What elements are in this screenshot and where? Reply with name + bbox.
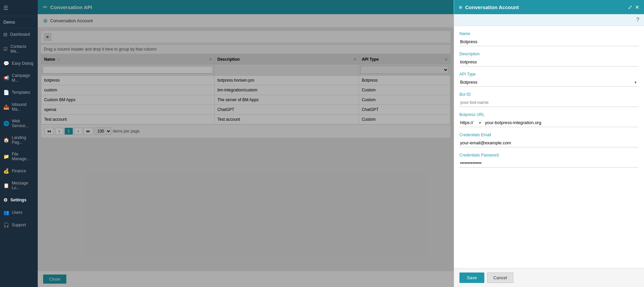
sidebar-item-label: Web Service... [12, 119, 34, 128]
sidebar-item-label: Campaign M... [12, 73, 34, 83]
credentials-email-input[interactable] [459, 139, 639, 147]
per-page-label: items per page [113, 129, 139, 134]
sidebar-item-support[interactable]: 🎧 Support [0, 219, 38, 231]
add-circle-icon: ⊕ [459, 5, 462, 10]
table-cell-description: botpress.horisen.pro [215, 76, 359, 85]
campaign-icon: 📢 [3, 75, 9, 81]
sidebar-item-label: Message Lo... [12, 181, 34, 190]
column-name[interactable]: Name ↑ ≡ [41, 55, 215, 64]
current-page-button[interactable]: 1 [65, 128, 73, 135]
table-row[interactable]: Custom BM AppsThe server of BM AppsCusto… [41, 95, 450, 105]
column-api-type[interactable]: API Type ≡ [359, 55, 450, 64]
credentials-password-label: Credentials Password [459, 153, 639, 157]
column-description[interactable]: Description ≡ [215, 55, 359, 64]
main-header-title: Conversation API [50, 4, 92, 10]
sidebar-item-inbound[interactable]: 📥 Inbound Ma... [0, 99, 38, 115]
sidebar-item-message-log[interactable]: 📋 Message Lo... [0, 177, 38, 194]
right-panel-subheader: ? [454, 14, 644, 26]
table-row[interactable]: botpressbotpress.horisen.proBotpress [41, 76, 450, 85]
right-panel-title: Conversation Account [465, 4, 625, 10]
filter-row: Botpress Custom ChatGPT [41, 64, 450, 76]
sidebar-item-users[interactable]: 👥 Users [0, 206, 38, 219]
contacts-icon: ☑ [3, 46, 8, 52]
sidebar-item-landing[interactable]: 🏠 Landing Pag... [0, 132, 38, 148]
sidebar-item-finance[interactable]: 💰 Finance [0, 165, 38, 177]
filter-api-type-select[interactable]: Botpress Custom ChatGPT [360, 66, 449, 74]
table-row[interactable]: custombm-integration/customCustom [41, 85, 450, 95]
filter-name-icon[interactable]: ≡ [209, 57, 212, 62]
first-page-button[interactable]: ⏮ [44, 128, 54, 135]
right-panel-body: Name Description API Type Botpress Custo… [454, 26, 644, 268]
bot-id-input[interactable] [459, 98, 639, 107]
table-cell-api_type: Custom [359, 95, 450, 105]
main-area: ✏ Conversation API ⊕ Conversation Accoun… [38, 0, 454, 287]
credentials-password-input[interactable] [459, 159, 639, 168]
templates-icon: 📄 [3, 90, 9, 95]
header-actions: ⤢ ✕ [628, 4, 639, 10]
sidebar-item-settings[interactable]: ⚙ Settings [0, 194, 38, 206]
table-cell-description: Test account [215, 115, 359, 124]
close-panel-button[interactable]: ✕ [635, 4, 639, 10]
inbound-icon: 📥 [3, 104, 9, 110]
sidebar-item-web-services[interactable]: 🌐 Web Service... [0, 115, 38, 132]
filter-name-input[interactable] [43, 66, 213, 74]
sidebar-item-label: Contacts Ma... [10, 44, 34, 54]
right-panel-footer: Save Cancel [454, 268, 644, 287]
sidebar-item-easy-dialog[interactable]: 💬 Easy Dialog [0, 57, 38, 70]
filter-cell-api-type: Botpress Custom ChatGPT [359, 64, 450, 76]
close-button[interactable]: Close [43, 275, 66, 284]
table-cell-description: The server of BM Apps [215, 95, 359, 105]
right-panel-header: ⊕ Conversation Account ⤢ ✕ [454, 0, 644, 14]
menu-button[interactable]: ≡ [44, 33, 51, 41]
name-input[interactable] [459, 37, 639, 46]
drag-info: Drag a column header and drop it here to… [41, 45, 450, 54]
sidebar-item-file-manager[interactable]: 📁 File Manage... [0, 148, 38, 165]
sidebar-item-templates[interactable]: 📄 Templates [0, 86, 38, 99]
table-cell-name: custom [41, 85, 215, 95]
form-group-api-type: API Type Botpress Custom ChatGPT [459, 72, 639, 87]
expand-button[interactable]: ⤢ [628, 4, 632, 10]
table-cell-api_type: Custom [359, 85, 450, 95]
sidebar-demo-label: Demo [0, 16, 38, 28]
finance-icon: 💰 [3, 168, 9, 174]
cancel-button[interactable]: Cancel [487, 272, 513, 283]
sidebar-item-dashboard[interactable]: ⊟ Dashboard [0, 28, 38, 41]
sort-asc-icon: ↑ [58, 57, 60, 62]
description-input[interactable] [459, 58, 639, 66]
bot-id-label: Bot ID [459, 92, 639, 97]
filter-description-icon[interactable]: ≡ [354, 57, 356, 62]
table-cell-name: Test account [41, 115, 215, 124]
hamburger-icon[interactable]: ☰ [3, 5, 8, 11]
last-page-button[interactable]: ⏭ [84, 128, 93, 135]
help-icon[interactable]: ? [636, 17, 639, 23]
right-panel: ⊕ Conversation Account ⤢ ✕ ? Name Descri… [454, 0, 644, 287]
table-cell-description: ChatGPT [215, 105, 359, 115]
prev-page-button[interactable]: ‹ [55, 128, 63, 135]
main-header: ✏ Conversation API [38, 0, 454, 14]
api-type-select[interactable]: Botpress Custom ChatGPT [459, 78, 639, 87]
dashboard-icon: ⊟ [3, 32, 7, 37]
table-body: botpressbotpress.horisen.proBotpresscust… [41, 76, 450, 124]
landing-icon: 🏠 [3, 137, 9, 143]
form-group-credentials-password: Credentials Password [459, 153, 639, 168]
sidebar-item-label: File Manage... [12, 152, 34, 161]
save-button[interactable]: Save [459, 272, 484, 283]
credentials-email-label: Credentials Email [459, 133, 639, 137]
users-icon: 👥 [3, 210, 9, 215]
table-row[interactable]: openaiChatGPTChatGPT [41, 105, 450, 115]
botpress-url-input[interactable] [484, 118, 639, 127]
filter-api-type-icon[interactable]: ≡ [445, 57, 447, 62]
table-header-row: Name ↑ ≡ Description ≡ API Type ≡ [41, 55, 450, 64]
per-page-select[interactable]: 100 50 25 [94, 127, 111, 135]
next-page-button[interactable]: › [74, 128, 82, 135]
description-label: Description [459, 52, 639, 56]
table-row[interactable]: Test accountTest accountCustom [41, 115, 450, 124]
url-protocol-select[interactable]: https:// http:// [459, 118, 483, 127]
add-icon: ⊕ [43, 18, 47, 24]
message-log-icon: 📋 [3, 183, 9, 188]
name-label: Name [459, 31, 639, 36]
sidebar-item-label: Settings [10, 198, 26, 202]
sidebar-item-label: Finance [12, 169, 26, 173]
sidebar-item-contacts[interactable]: ☑ Contacts Ma... [0, 41, 38, 57]
sidebar-item-campaign[interactable]: 📢 Campaign M... [0, 70, 38, 86]
